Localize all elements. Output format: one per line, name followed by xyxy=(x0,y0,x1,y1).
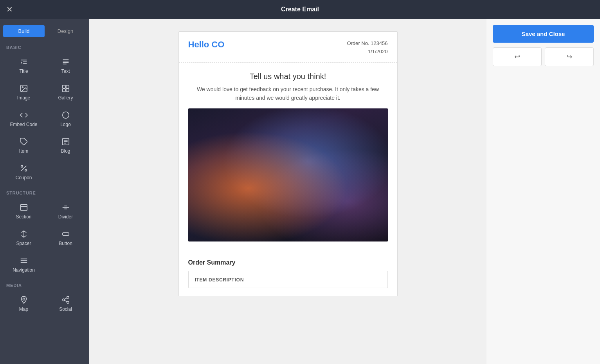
svg-point-33 xyxy=(67,296,69,299)
svg-point-9 xyxy=(22,86,23,88)
email-preview: Hello CO Order No. 123456 1/1/2020 Tell … xyxy=(178,31,398,296)
sidebar-item-navigation[interactable]: Navigation xyxy=(3,251,44,277)
social-label: Social xyxy=(59,306,72,312)
sidebar-item-map[interactable]: Map xyxy=(3,290,44,316)
embed-code-icon xyxy=(20,111,28,119)
structure-grid: Section Divider Spacer Button Navigation xyxy=(0,198,89,280)
basic-section-label: BASIC xyxy=(0,42,89,52)
tab-design[interactable]: Design xyxy=(45,25,86,37)
media-grid: Map Social xyxy=(0,290,89,319)
email-header-top: Hello CO Order No. 123456 1/1/2020 xyxy=(188,40,388,56)
item-icon xyxy=(20,137,28,146)
svg-point-14 xyxy=(62,112,69,119)
sidebar-item-spacer[interactable]: Spacer xyxy=(3,224,44,250)
order-number: Order No. 123456 xyxy=(347,40,387,48)
image-icon xyxy=(20,84,28,93)
email-item-row: ITEM DESCRIPTION xyxy=(188,271,388,288)
sidebar-item-social[interactable]: Social xyxy=(45,290,86,316)
sidebar-item-title[interactable]: Title xyxy=(3,52,44,78)
button-label: Button xyxy=(59,241,72,246)
blog-label: Blog xyxy=(61,148,70,154)
email-image-scene xyxy=(188,108,388,241)
svg-point-34 xyxy=(62,299,65,301)
svg-point-21 xyxy=(21,166,23,168)
main-layout: Build Design BASIC Title Text Image xyxy=(0,19,600,364)
sidebar-item-image[interactable]: Image xyxy=(3,79,44,105)
svg-point-22 xyxy=(25,169,27,171)
svg-point-35 xyxy=(67,301,69,304)
email-order-section: Order Summary ITEM DESCRIPTION xyxy=(179,251,397,296)
item-label: Item xyxy=(19,148,28,154)
close-button[interactable]: ✕ xyxy=(6,5,13,13)
button-icon xyxy=(61,230,70,238)
embed-code-label: Embed Code xyxy=(10,122,37,127)
svg-rect-28 xyxy=(62,232,69,235)
title-icon xyxy=(20,58,28,66)
svg-line-36 xyxy=(64,300,67,302)
svg-rect-10 xyxy=(62,85,65,88)
svg-rect-23 xyxy=(20,205,27,211)
undo-redo-row: ↩ ↪ xyxy=(493,47,594,66)
topbar: ✕ Create Email xyxy=(0,0,600,19)
text-icon xyxy=(61,58,70,66)
tab-build[interactable]: Build xyxy=(3,25,45,37)
undo-icon: ↩ xyxy=(514,52,520,61)
redo-button[interactable]: ↪ xyxy=(545,47,594,66)
redo-icon: ↪ xyxy=(566,52,572,61)
sidebar: Build Design BASIC Title Text Image xyxy=(0,19,89,364)
email-header: Hello CO Order No. 123456 1/1/2020 xyxy=(179,32,397,63)
sidebar-item-button[interactable]: Button xyxy=(45,224,86,250)
coupon-label: Coupon xyxy=(15,175,32,180)
svg-rect-13 xyxy=(66,89,68,92)
image-label: Image xyxy=(17,95,30,101)
text-label: Text xyxy=(61,68,70,74)
gallery-label: Gallery xyxy=(58,95,73,101)
basic-grid: Title Text Image Gallery Embed Code xyxy=(0,52,89,187)
coupon-icon xyxy=(20,164,28,173)
email-item-desc: ITEM DESCRIPTION xyxy=(195,277,244,283)
title-label: Title xyxy=(19,68,28,74)
divider-label: Divider xyxy=(58,214,73,220)
section-icon xyxy=(20,203,28,212)
spacer-label: Spacer xyxy=(16,241,31,246)
sidebar-item-gallery[interactable]: Gallery xyxy=(45,79,86,105)
section-label: Section xyxy=(16,214,31,220)
media-section-label: MEDIA xyxy=(0,280,89,290)
svg-rect-12 xyxy=(62,89,65,92)
spacer-icon xyxy=(20,230,28,238)
svg-line-20 xyxy=(21,166,26,171)
sidebar-item-item[interactable]: Item xyxy=(3,132,44,158)
svg-point-32 xyxy=(23,298,25,300)
email-feedback-section: Tell us what you think! We would love to… xyxy=(179,63,397,252)
svg-line-37 xyxy=(64,298,67,299)
tab-toggle: Build Design xyxy=(3,25,86,37)
email-image-placeholder xyxy=(188,108,388,241)
social-icon xyxy=(61,296,70,304)
right-panel: Save and Close ↩ ↪ xyxy=(486,19,600,364)
canvas-area: Hello CO Order No. 123456 1/1/2020 Tell … xyxy=(89,19,486,364)
svg-rect-11 xyxy=(66,85,68,88)
email-greeting: Hello CO xyxy=(188,40,225,50)
sidebar-item-divider[interactable]: Divider xyxy=(45,198,86,223)
svg-line-3 xyxy=(21,62,22,64)
page-title: Create Email xyxy=(281,6,319,13)
sidebar-item-section[interactable]: Section xyxy=(3,198,44,223)
gallery-icon xyxy=(61,84,70,93)
navigation-icon xyxy=(20,256,28,265)
sidebar-item-coupon[interactable]: Coupon xyxy=(3,159,44,184)
undo-button[interactable]: ↩ xyxy=(493,47,542,66)
sidebar-item-embed-code[interactable]: Embed Code xyxy=(3,105,44,131)
email-order-title: Order Summary xyxy=(188,259,388,266)
sidebar-item-blog[interactable]: Blog xyxy=(45,132,86,158)
order-date: 1/1/2020 xyxy=(347,48,387,56)
logo-label: Logo xyxy=(60,122,71,127)
divider-icon xyxy=(61,203,70,212)
email-section-body: We would love to get feedback on your re… xyxy=(188,85,388,103)
map-label: Map xyxy=(19,306,28,312)
save-close-button[interactable]: Save and Close xyxy=(493,25,594,43)
sidebar-item-text[interactable]: Text xyxy=(45,52,86,78)
sidebar-item-logo[interactable]: Logo xyxy=(45,105,86,131)
logo-icon xyxy=(61,111,70,119)
email-section-title: Tell us what you think! xyxy=(188,72,388,81)
email-order-info: Order No. 123456 1/1/2020 xyxy=(347,40,387,56)
